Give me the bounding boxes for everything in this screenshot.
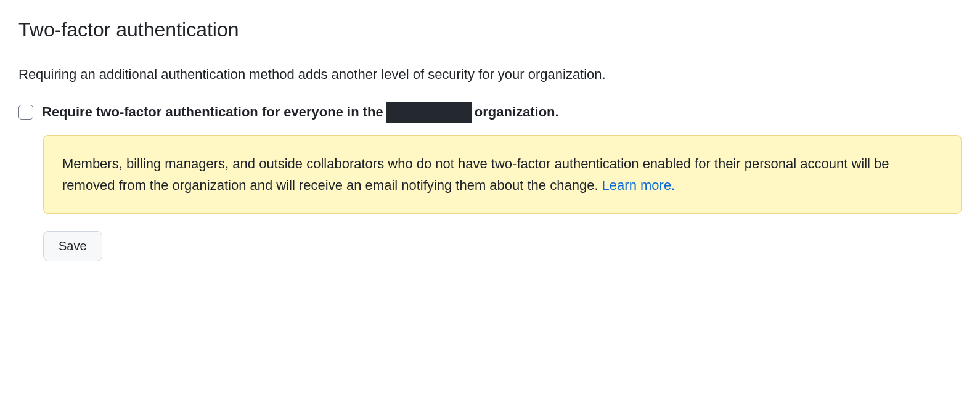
require-2fa-label-prefix: Require two-factor authentication for ev…	[42, 104, 383, 120]
warning-text: Members, billing managers, and outside c…	[62, 156, 889, 193]
learn-more-link[interactable]: Learn more.	[602, 177, 676, 193]
require-2fa-row: Require two-factor authentication for ev…	[18, 102, 962, 123]
org-name-redacted	[386, 102, 472, 123]
require-2fa-checkbox[interactable]	[18, 105, 33, 120]
require-2fa-label[interactable]: Require two-factor authentication for ev…	[42, 102, 559, 123]
section-title: Two-factor authentication	[18, 18, 962, 49]
section-description: Requiring an additional authentication m…	[18, 64, 962, 84]
warning-notice: Members, billing managers, and outside c…	[43, 135, 962, 214]
require-2fa-label-suffix: organization.	[475, 104, 559, 120]
save-button[interactable]: Save	[43, 231, 102, 261]
